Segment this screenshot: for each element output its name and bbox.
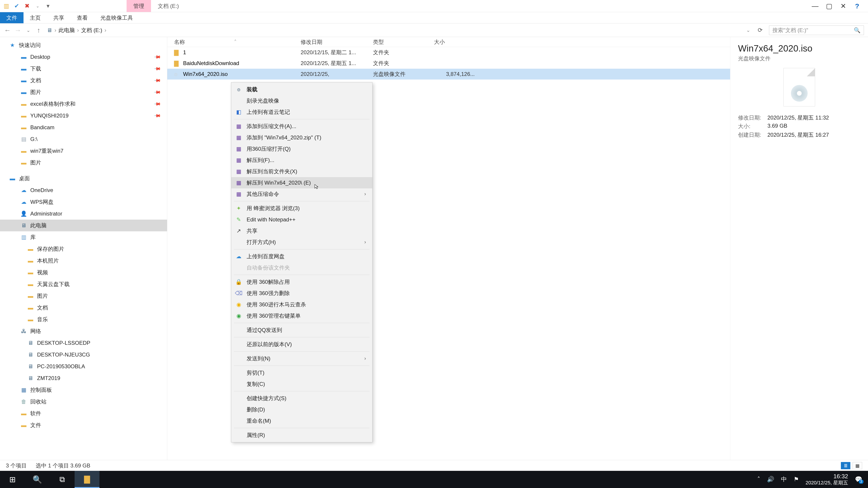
ctx-add-archive[interactable]: ▦添加到压缩文件(A)... [231, 121, 372, 132]
title-tab-manage[interactable]: 管理 [127, 0, 151, 12]
ctx-extract-named[interactable]: ▦解压到 Win7x64_2020\ (E) [231, 177, 372, 188]
refresh-button[interactable]: ⟳ [755, 27, 765, 34]
column-name[interactable]: 名称 ˄ [174, 38, 301, 46]
tree-videos[interactable]: ▬视频 [0, 267, 167, 278]
search-box[interactable]: 搜索"文档 (E:)" 🔍 [769, 26, 864, 35]
ribbon-tab-view[interactable]: 查看 [70, 12, 94, 23]
tree-wps[interactable]: ☁WPS网盘 [0, 196, 167, 208]
taskbar-clock[interactable]: 16:32 2020/12/25, 星期五 [806, 473, 848, 486]
ribbon-tab-file[interactable]: 文件 [0, 12, 24, 23]
breadcrumb-location[interactable]: 文档 (E:) [81, 27, 102, 34]
ctx-properties[interactable]: 属性(R) [231, 429, 372, 441]
tree-bandicam[interactable]: ▬Bandicam [0, 122, 167, 133]
ctx-360-force-del[interactable]: ⌫使用 360强力删除 [231, 288, 372, 299]
taskbar[interactable]: ⊞ 🔍 ⧉ ▇ ˄ 🔊 中 ⚑ 16:32 2020/12/25, 星期五 💬3 [0, 471, 868, 488]
column-date[interactable]: 修改日期 [301, 38, 373, 46]
tray-overflow-icon[interactable]: ˄ [757, 476, 760, 483]
tree-control-panel[interactable]: ▦控制面板 [0, 384, 167, 396]
ctx-baidu-upload[interactable]: ☁上传到百度网盘 [231, 251, 372, 262]
tree-downloads[interactable]: ▬下载📌 [0, 63, 167, 74]
ctx-mount[interactable]: ⌾装载 [231, 84, 372, 95]
nav-up-button[interactable]: ↑ [35, 26, 42, 34]
dropdown-small-icon[interactable]: ⌄ [34, 3, 41, 9]
ctx-restore-prev[interactable]: 还原以前的版本(V) [231, 339, 372, 350]
tree-pictures[interactable]: ▬图片📌 [0, 86, 167, 98]
tree-network[interactable]: 🖧网络 [0, 325, 167, 337]
tree-recycle[interactable]: 🗑回收站 [0, 396, 167, 408]
context-menu[interactable]: ⌾装载 刻录光盘映像 ◧上传到有道云笔记 ▦添加到压缩文件(A)... ▦添加到… [231, 82, 373, 442]
tree-local-pics[interactable]: ▬本机照片 [0, 255, 167, 267]
tree-excel[interactable]: ▬excel表格制作求和📌 [0, 98, 167, 110]
file-row[interactable]: ▇ 1 2020/12/15, 星期二 1... 文件夹 [167, 47, 730, 58]
ctx-rename[interactable]: 重命名(M) [231, 415, 372, 427]
maximize-button[interactable]: ▢ [825, 2, 833, 10]
tree-thispc[interactable]: 🖥此电脑 [0, 220, 167, 231]
ctx-360-trojan[interactable]: ◉使用 360进行木马云查杀 [231, 299, 372, 310]
tree-desktop[interactable]: ▬Desktop📌 [0, 51, 167, 63]
ctx-360-unlock[interactable]: 🔒使用 360解除占用 [231, 276, 372, 288]
nav-tree[interactable]: ★快速访问 ▬Desktop📌 ▬下载📌 ▬文档📌 ▬图片📌 ▬excel表格制… [0, 37, 167, 460]
nav-back-button[interactable]: ← [4, 26, 11, 34]
tree-lib-pics[interactable]: ▬图片 [0, 290, 167, 302]
minimize-button[interactable]: — [811, 2, 819, 10]
tree-pictures2[interactable]: ▬图片 [0, 157, 167, 168]
checkmark-icon[interactable]: ✔ [13, 3, 20, 9]
qat-overflow-icon[interactable]: ▾ [45, 3, 51, 9]
ctx-notepadpp[interactable]: ✎Edit with Notepad++ [231, 214, 372, 225]
close-button[interactable]: ✕ [839, 2, 847, 10]
tree-software[interactable]: ▬软件 [0, 408, 167, 419]
tree-gdrive[interactable]: ▤G:\ [0, 133, 167, 145]
ctx-bee-browser[interactable]: ✦用 蜂蜜浏览器 浏览(3) [231, 203, 372, 214]
column-size[interactable]: 大小 [434, 38, 479, 46]
help-button[interactable]: ? [853, 2, 861, 10]
view-details-button[interactable]: ≣ [841, 462, 850, 469]
ctx-360-manage[interactable]: ◉使用 360管理右键菜单 [231, 310, 372, 322]
ctx-other-zip[interactable]: ▦其他压缩命令› [231, 188, 372, 200]
tree-admin[interactable]: 👤Administrator [0, 208, 167, 220]
column-type[interactable]: 类型 [373, 38, 434, 46]
ctx-copy[interactable]: 复制(C) [231, 379, 372, 390]
tree-net2[interactable]: 🖥DESKTOP-NJEU3CG [0, 349, 167, 361]
tree-libraries[interactable]: ▥库 [0, 231, 167, 243]
ribbon-tab-home[interactable]: 主页 [24, 12, 47, 23]
ctx-qq-send[interactable]: 通过QQ发送到 [231, 324, 372, 336]
volume-icon[interactable]: 🔊 [767, 476, 774, 483]
ctx-share[interactable]: ↗共享 [231, 225, 372, 236]
security-icon[interactable]: ⚑ [794, 476, 799, 483]
view-thumbnails-button[interactable]: ▦ [852, 462, 862, 469]
tree-lib-docs[interactable]: ▬文档 [0, 302, 167, 314]
ctx-extract-to[interactable]: ▦解压到(F)... [231, 155, 372, 166]
file-list-header[interactable]: 名称 ˄ 修改日期 类型 大小 [167, 37, 730, 47]
tree-documents[interactable]: ▬文档📌 [0, 74, 167, 86]
ctx-youdao[interactable]: ◧上传到有道云笔记 [231, 106, 372, 118]
ribbon-tab-iso-tools[interactable]: 光盘映像工具 [94, 12, 139, 23]
ctx-cut[interactable]: 剪切(T) [231, 367, 372, 379]
ctx-delete[interactable]: 删除(D) [231, 404, 372, 415]
file-row-selected[interactable]: ⌾ Win7x64_2020.iso 2020/12/25, 光盘映像文件 3,… [167, 69, 730, 79]
task-view-button[interactable]: ⧉ [50, 471, 74, 488]
ctx-shortcut[interactable]: 创建快捷方式(S) [231, 393, 372, 404]
ime-indicator[interactable]: 中 [781, 475, 787, 483]
ribbon-tab-share[interactable]: 共享 [47, 12, 70, 23]
search-taskbar-button[interactable]: 🔍 [25, 471, 50, 488]
nav-history-dropdown[interactable]: ⌄ [25, 28, 32, 33]
ctx-extract-here[interactable]: ▦解压到当前文件夹(X) [231, 166, 372, 177]
tree-net3[interactable]: 🖥PC-20190530OBLA [0, 361, 167, 372]
ctx-send-to[interactable]: 发送到(N)› [231, 353, 372, 364]
tree-net4[interactable]: 🖥ZMT2019 [0, 372, 167, 384]
tree-saved-pics[interactable]: ▬保存的图片 [0, 243, 167, 255]
tree-files[interactable]: ▬文件 [0, 419, 167, 431]
file-row[interactable]: ▇ BaiduNetdiskDownload 2020/12/25, 星期五 1… [167, 58, 730, 69]
tree-net1[interactable]: 🖥DESKTOP-LSSOEDP [0, 337, 167, 349]
search-icon[interactable]: 🔍 [854, 27, 861, 33]
ctx-burn[interactable]: 刻录光盘映像 [231, 95, 372, 106]
ctx-open-with[interactable]: 打开方式(H)› [231, 236, 372, 248]
tree-desktop-root[interactable]: ▬桌面 [0, 173, 167, 184]
tree-win7reinstall[interactable]: ▬win7重装win7 [0, 145, 167, 157]
ctx-open-360zip[interactable]: ▦用360压缩打开(Q) [231, 143, 372, 155]
breadcrumb[interactable]: 🖥 › 此电脑 › 文档 (E:) › ⌄ [46, 26, 751, 35]
tree-quick-access[interactable]: ★快速访问 [0, 39, 167, 51]
notifications-icon[interactable]: 💬3 [855, 476, 862, 483]
breadcrumb-pc[interactable]: 此电脑 [59, 27, 75, 34]
ctx-add-zip[interactable]: ▦添加到 "Win7x64_2020.zip" (T) [231, 132, 372, 143]
